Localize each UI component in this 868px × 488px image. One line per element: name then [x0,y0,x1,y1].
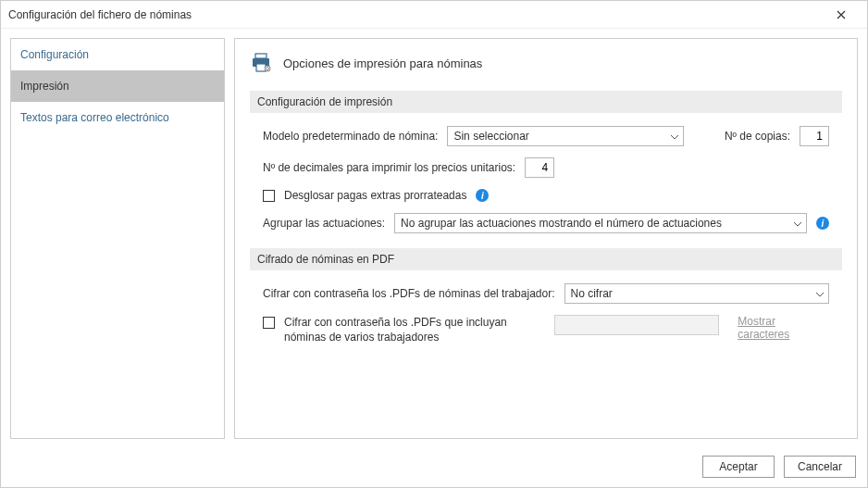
select-group[interactable]: No agrupar las actuaciones mostrando el … [394,213,807,233]
input-password[interactable] [554,315,719,335]
chevron-down-icon [794,217,801,230]
row-group: Agrupar las actuaciones: No agrupar las … [263,213,829,233]
select-model-value: Sin seleccionar [453,130,528,143]
printer-icon [250,52,272,74]
svg-rect-2 [256,64,266,71]
main-panel: Opciones de impresión para nóminas Confi… [234,38,858,439]
label-model: Modelo predeterminado de nómina: [263,130,438,143]
section-header-print: Configuración de impresión [250,91,842,113]
select-model[interactable]: Sin seleccionar [447,126,684,146]
select-encrypt-worker[interactable]: No cifrar [564,283,830,304]
row-breakdown: Desglosar pagas extras prorrateadas i [263,189,829,202]
cancel-button[interactable]: Cancelar [784,456,856,478]
label-encrypt-multi: Cifrar con contraseña los .PDFs que incl… [284,315,545,344]
info-icon[interactable]: i [476,189,489,202]
dialog-window: Configuración del fichero de nóminas Con… [0,0,868,488]
close-button[interactable] [823,2,860,28]
row-decimals: Nº de decimales para imprimir los precio… [263,157,829,178]
sidebar-item-impresion[interactable]: Impresión [11,70,224,102]
label-copies: Nº de copias: [725,130,790,143]
row-encrypt-multi: Cifrar con contraseña los .PDFs que incl… [263,315,829,344]
row-encrypt-worker: Cifrar con contraseña los .PDFs de nómin… [263,283,829,304]
input-decimals[interactable] [525,157,554,178]
content-area: Configuración Impresión Textos para corr… [1,29,867,448]
label-breakdown: Desglosar pagas extras prorrateadas [284,189,466,202]
titlebar: Configuración del fichero de nóminas [1,1,867,29]
section-header-pdf: Cifrado de nóminas en PDF [250,248,842,270]
page-title: Opciones de impresión para nóminas [283,56,482,70]
page-header: Opciones de impresión para nóminas [250,52,842,74]
sidebar-item-configuracion[interactable]: Configuración [11,39,224,70]
close-icon [837,10,846,19]
info-icon[interactable]: i [816,217,829,230]
window-title: Configuración del fichero de nóminas [8,8,823,21]
print-form: Modelo predeterminado de nómina: Sin sel… [250,126,842,248]
pdf-form: Cifrar con contraseña los .PDFs de nómin… [250,283,842,370]
select-encrypt-worker-value: No cifrar [571,287,613,300]
select-group-value: No agrupar las actuaciones mostrando el … [401,217,722,230]
chevron-down-icon [816,287,824,300]
svg-rect-0 [255,54,267,58]
label-group: Agrupar las actuaciones: [263,217,385,230]
sidebar: Configuración Impresión Textos para corr… [10,38,225,439]
row-model: Modelo predeterminado de nómina: Sin sel… [263,126,829,146]
label-decimals: Nº de decimales para imprimir los precio… [263,161,515,174]
label-encrypt-worker: Cifrar con contraseña los .PDFs de nómin… [263,287,555,300]
sidebar-item-textos-correo[interactable]: Textos para correo electrónico [11,102,224,133]
accept-button[interactable]: Aceptar [702,456,775,478]
checkbox-breakdown[interactable] [263,190,275,202]
link-show-chars[interactable]: Mostrar caracteres [738,315,829,341]
svg-point-4 [267,68,268,69]
input-copies[interactable] [800,126,829,146]
chevron-down-icon [671,130,678,143]
checkbox-encrypt-multi[interactable] [263,317,275,329]
footer: Aceptar Cancelar [1,448,867,487]
